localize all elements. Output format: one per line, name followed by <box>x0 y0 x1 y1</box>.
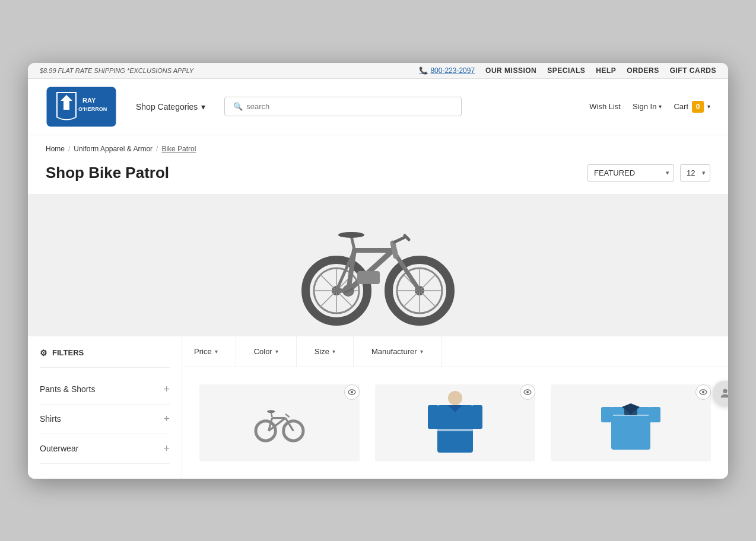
filter-bar: Price ▾ Color ▾ Size ▾ Manufacturer ▾ <box>182 336 728 367</box>
cart-button[interactable]: Cart 0 ▾ <box>674 101 710 113</box>
page-title: Shop Bike Patrol <box>46 164 169 182</box>
per-page-wrapper: 12 24 48 <box>680 164 710 182</box>
product-card[interactable] <box>543 377 719 469</box>
per-page-select[interactable]: 12 24 48 <box>680 164 710 182</box>
hero-section <box>28 194 728 336</box>
product-grid-area: Price ▾ Color ▾ Size ▾ Manufacturer ▾ <box>182 336 728 479</box>
filter-category-outerwear-label: Outerwear <box>40 444 78 453</box>
svg-point-37 <box>284 421 303 440</box>
svg-rect-57 <box>601 407 613 422</box>
svg-rect-59 <box>624 407 637 415</box>
svg-point-30 <box>338 232 364 238</box>
shipping-notice: $8.99 FLAT RATE SHIPPING *EXCLUSIONS APP… <box>40 67 193 74</box>
site-header: RAY O'HERRON Shop Categories ▾ 🔍 Wish Li… <box>28 79 728 135</box>
product-grid <box>182 367 728 479</box>
product-image <box>375 384 535 462</box>
quick-view-button[interactable] <box>520 384 535 400</box>
site-logo[interactable]: RAY O'HERRON <box>46 86 117 128</box>
nav-gift-cards[interactable]: GIFT CARDS <box>670 66 716 75</box>
expand-icon: + <box>163 413 170 425</box>
product-card[interactable] <box>367 377 543 469</box>
filter-category-outerwear[interactable]: Outerwear + <box>40 434 170 464</box>
size-filter[interactable]: Size ▾ <box>297 336 354 367</box>
nav-specials[interactable]: SPECIALS <box>547 66 585 75</box>
manufacturer-filter[interactable]: Manufacturer ▾ <box>354 336 441 367</box>
wish-list-button[interactable]: Wish List <box>589 102 621 111</box>
quick-view-button[interactable] <box>344 384 360 400</box>
cart-count-badge: 0 <box>692 101 704 113</box>
filter-category-shirts[interactable]: Shirts + <box>40 405 170 434</box>
nav-our-mission[interactable]: OUR MISSION <box>485 66 536 75</box>
breadcrumb-sep-2: / <box>156 145 158 153</box>
search-bar: 🔍 <box>224 97 462 116</box>
chevron-down-icon: ▾ <box>201 102 205 112</box>
svg-point-35 <box>351 391 353 393</box>
svg-text:RAY: RAY <box>82 97 96 104</box>
user-icon <box>719 387 728 400</box>
sort-controls: FEATURED PRICE LOW-HIGH PRICE HIGH-LOW N… <box>587 164 710 182</box>
svg-line-26 <box>393 243 396 256</box>
svg-point-53 <box>702 391 704 393</box>
breadcrumb-sep-1: / <box>68 145 70 153</box>
quick-view-button[interactable] <box>695 384 711 400</box>
manufacturer-filter-label: Manufacturer <box>371 347 417 356</box>
svg-rect-50 <box>472 405 482 429</box>
expand-icon: + <box>163 443 170 455</box>
svg-point-36 <box>256 421 275 440</box>
chevron-down-icon: ▾ <box>659 103 662 110</box>
color-filter-label: Color <box>254 347 272 356</box>
nav-orders[interactable]: ORDERS <box>627 66 659 75</box>
header-actions: Wish List Sign In ▾ Cart 0 ▾ <box>589 101 710 113</box>
phone-icon: 📞 <box>419 66 428 75</box>
svg-point-46 <box>526 391 529 393</box>
page-title-row: Shop Bike Patrol FEATURED PRICE LOW-HIGH… <box>28 159 728 194</box>
svg-rect-31 <box>357 271 380 284</box>
nav-help[interactable]: HELP <box>596 66 616 75</box>
search-icon: 🔍 <box>233 102 243 111</box>
svg-point-44 <box>267 410 275 413</box>
filter-icon: ⚙ <box>40 348 47 358</box>
chevron-down-icon: ▾ <box>332 348 335 355</box>
hero-bike-image <box>277 203 479 327</box>
svg-point-60 <box>723 389 727 393</box>
sign-in-button[interactable]: Sign In ▾ <box>633 102 662 111</box>
sidebar: ⚙ FILTERS Pants & Shorts + Shirts + Oute… <box>28 336 182 479</box>
filter-category-pants[interactable]: Pants & Shorts + <box>40 375 170 405</box>
svg-point-51 <box>448 391 462 405</box>
chevron-down-icon: ▾ <box>275 348 278 355</box>
chevron-down-icon: ▾ <box>420 348 423 355</box>
svg-rect-49 <box>428 405 439 429</box>
sort-select[interactable]: FEATURED PRICE LOW-HIGH PRICE HIGH-LOW N… <box>587 164 674 182</box>
product-image <box>551 384 711 462</box>
price-filter[interactable]: Price ▾ <box>194 336 236 367</box>
sort-wrapper: FEATURED PRICE LOW-HIGH PRICE HIGH-LOW N… <box>587 164 674 182</box>
search-input[interactable] <box>246 102 453 111</box>
breadcrumb-home[interactable]: Home <box>46 145 65 153</box>
filters-header: ⚙ FILTERS <box>40 348 170 368</box>
product-card[interactable] <box>192 377 367 469</box>
product-area: ⚙ FILTERS Pants & Shorts + Shirts + Oute… <box>28 336 728 479</box>
top-bar: $8.99 FLAT RATE SHIPPING *EXCLUSIONS APP… <box>28 63 728 79</box>
breadcrumb: Home / Uniform Apparel & Armor / Bike Pa… <box>46 145 710 153</box>
chevron-down-icon: ▾ <box>707 103 710 110</box>
filter-category-pants-label: Pants & Shorts <box>40 384 95 394</box>
product-image <box>199 384 360 462</box>
svg-rect-48 <box>437 429 473 431</box>
filter-category-shirts-label: Shirts <box>40 414 61 424</box>
eye-icon <box>348 389 356 395</box>
top-nav: 📞 800-223-2097 OUR MISSION SPECIALS HELP… <box>419 66 716 75</box>
breadcrumb-uniform[interactable]: Uniform Apparel & Armor <box>74 145 153 153</box>
eye-icon <box>523 389 532 395</box>
svg-rect-58 <box>649 407 660 422</box>
phone-link[interactable]: 📞 800-223-2097 <box>419 66 475 75</box>
color-filter[interactable]: Color ▾ <box>236 336 297 367</box>
size-filter-label: Size <box>315 347 329 356</box>
breadcrumb-bar: Home / Uniform Apparel & Armor / Bike Pa… <box>28 135 728 159</box>
svg-line-42 <box>285 414 290 417</box>
expand-icon: + <box>163 383 170 396</box>
browser-window: $8.99 FLAT RATE SHIPPING *EXCLUSIONS APP… <box>28 63 728 479</box>
eye-icon <box>699 389 707 395</box>
shop-categories-button[interactable]: Shop Categories ▾ <box>129 97 212 116</box>
chevron-down-icon: ▾ <box>215 348 218 355</box>
breadcrumb-bike-patrol[interactable]: Bike Patrol <box>161 145 196 153</box>
